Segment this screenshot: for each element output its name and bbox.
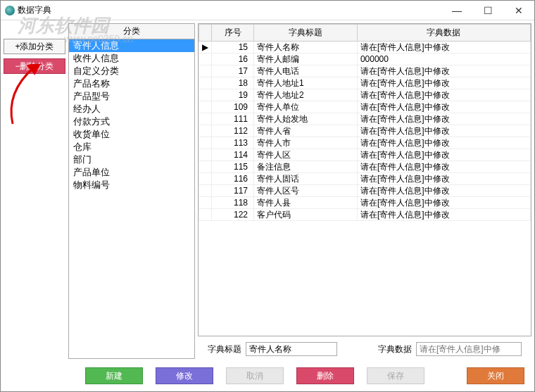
category-item[interactable]: 部门 [69, 153, 194, 166]
row-marker [199, 161, 212, 173]
delete-category-button[interactable]: −删除分类 [4, 58, 65, 74]
row-marker [199, 209, 212, 221]
cell-data: 请在[寄件人信息]中修改 [357, 101, 530, 113]
cell-index: 118 [212, 197, 254, 209]
cell-data: 000000 [357, 53, 530, 65]
cell-title: 寄件人省 [254, 125, 358, 137]
cell-title: 寄件人名称 [254, 42, 358, 53]
cell-data: 请在[寄件人信息]中修改 [357, 77, 530, 89]
cell-index: 122 [212, 209, 254, 221]
category-item[interactable]: 经办人 [69, 103, 194, 115]
cell-index: 116 [212, 173, 254, 185]
save-button: 保存 [367, 367, 424, 384]
cell-data: 请在[寄件人信息]中修改 [357, 149, 530, 161]
table-row[interactable]: 113寄件人市请在[寄件人信息]中修改 [199, 137, 531, 149]
category-item[interactable]: 收件人信息 [69, 52, 194, 65]
cell-data: 请在[寄件人信息]中修改 [357, 209, 530, 221]
table-row[interactable]: 122客户代码请在[寄件人信息]中修改 [199, 209, 531, 221]
close-button[interactable]: 关闭 [467, 367, 524, 384]
close-window-button[interactable]: ✕ [503, 1, 534, 20]
table-row[interactable]: 116寄件人固话请在[寄件人信息]中修改 [199, 173, 531, 185]
category-panel: 分类 寄件人信息收件人信息自定义分类产品名称产品型号经办人付款方式收货单位仓库部… [68, 23, 195, 359]
cell-title: 寄件人地址2 [254, 89, 358, 101]
table-row[interactable]: 111寄件人始发地请在[寄件人信息]中修改 [199, 113, 531, 125]
table-row[interactable]: 109寄件人单位请在[寄件人信息]中修改 [199, 101, 531, 113]
row-marker [199, 77, 212, 89]
row-marker [199, 149, 212, 161]
row-marker [199, 137, 212, 149]
cell-index: 18 [212, 77, 254, 89]
delete-button[interactable]: 删除 [296, 367, 354, 384]
cell-data: 请在[寄件人信息]中修改 [357, 65, 530, 77]
dict-data-label: 字典数据 [378, 343, 412, 355]
cell-data: 请在[寄件人信息]中修改 [357, 185, 530, 197]
table-row[interactable]: 117寄件人区号请在[寄件人信息]中修改 [199, 185, 531, 197]
category-item[interactable]: 自定义分类 [69, 65, 194, 77]
cell-data: 请在[寄件人信息]中修改 [357, 161, 530, 173]
row-marker [199, 113, 212, 125]
dict-title-input[interactable] [246, 342, 337, 356]
category-item[interactable]: 产品单位 [69, 166, 194, 179]
table-row[interactable]: ▶15寄件人名称请在[寄件人信息]中修改 [199, 42, 531, 53]
cell-title: 寄件人县 [254, 197, 358, 209]
table-row[interactable]: 112寄件人省请在[寄件人信息]中修改 [199, 125, 531, 137]
row-marker [199, 101, 212, 113]
cell-index: 19 [212, 89, 254, 101]
column-header[interactable] [199, 25, 212, 42]
cell-data: 请在[寄件人信息]中修改 [357, 125, 530, 137]
category-item[interactable]: 物料编号 [69, 179, 194, 191]
dict-data-input[interactable] [416, 342, 522, 356]
minimize-button[interactable]: — [441, 1, 472, 20]
category-item[interactable]: 寄件人信息 [69, 39, 194, 52]
column-header[interactable]: 序号 [212, 25, 254, 42]
table-row[interactable]: 118寄件人县请在[寄件人信息]中修改 [199, 197, 531, 209]
table-row[interactable]: 17寄件人电话请在[寄件人信息]中修改 [199, 65, 531, 77]
cell-data: 请在[寄件人信息]中修改 [357, 42, 530, 53]
dictionary-table: 序号字典标题字典数据 ▶15寄件人名称请在[寄件人信息]中修改16寄件人邮编00… [199, 24, 531, 221]
window-title: 数据字典 [18, 4, 51, 16]
right-panel: 序号字典标题字典数据 ▶15寄件人名称请在[寄件人信息]中修改16寄件人邮编00… [198, 23, 531, 359]
category-item[interactable]: 产品名称 [69, 77, 194, 90]
category-item[interactable]: 仓库 [69, 141, 194, 153]
cell-title: 客户代码 [254, 209, 358, 221]
category-item[interactable]: 付款方式 [69, 115, 194, 128]
cell-title: 寄件人地址1 [254, 77, 358, 89]
column-header[interactable]: 字典标题 [254, 25, 358, 42]
cell-index: 113 [212, 137, 254, 149]
cell-title: 寄件人区 [254, 149, 358, 161]
table-row[interactable]: 114寄件人区请在[寄件人信息]中修改 [199, 149, 531, 161]
cell-index: 109 [212, 101, 254, 113]
cell-title: 寄件人始发地 [254, 113, 358, 125]
category-item[interactable]: 产品型号 [69, 90, 194, 103]
cell-index: 15 [212, 42, 254, 53]
dictionary-table-container[interactable]: 序号字典标题字典数据 ▶15寄件人名称请在[寄件人信息]中修改16寄件人邮编00… [198, 23, 531, 336]
table-row[interactable]: 115备注信息请在[寄件人信息]中修改 [199, 161, 531, 173]
cell-index: 115 [212, 161, 254, 173]
add-category-button[interactable]: +添加分类 [4, 39, 65, 54]
row-marker: ▶ [199, 42, 212, 53]
cell-title: 寄件人邮编 [254, 53, 358, 65]
row-marker [199, 53, 212, 65]
category-item[interactable]: 收货单位 [69, 128, 194, 141]
table-row[interactable]: 16寄件人邮编000000 [199, 53, 531, 65]
content-area: +添加分类 −删除分类 分类 寄件人信息收件人信息自定义分类产品名称产品型号经办… [1, 20, 534, 362]
cell-title: 寄件人单位 [254, 101, 358, 113]
table-row[interactable]: 19寄件人地址2请在[寄件人信息]中修改 [199, 89, 531, 101]
new-button[interactable]: 新建 [85, 367, 143, 384]
row-marker [199, 125, 212, 137]
form-row: 字典标题 字典数据 [198, 336, 531, 359]
window-controls: — ☐ ✕ [441, 1, 534, 20]
cell-index: 17 [212, 65, 254, 77]
cell-data: 请在[寄件人信息]中修改 [357, 137, 530, 149]
left-panel: +添加分类 −删除分类 [4, 23, 65, 359]
table-row[interactable]: 18寄件人地址1请在[寄件人信息]中修改 [199, 77, 531, 89]
row-marker [199, 185, 212, 197]
category-list[interactable]: 寄件人信息收件人信息自定义分类产品名称产品型号经办人付款方式收货单位仓库部门产品… [69, 39, 194, 358]
cell-title: 寄件人电话 [254, 65, 358, 77]
column-header[interactable]: 字典数据 [357, 25, 530, 42]
cell-title: 寄件人市 [254, 137, 358, 149]
edit-button[interactable]: 修改 [156, 367, 213, 384]
maximize-button[interactable]: ☐ [472, 1, 503, 20]
row-marker [199, 89, 212, 101]
cell-title: 寄件人区号 [254, 185, 358, 197]
